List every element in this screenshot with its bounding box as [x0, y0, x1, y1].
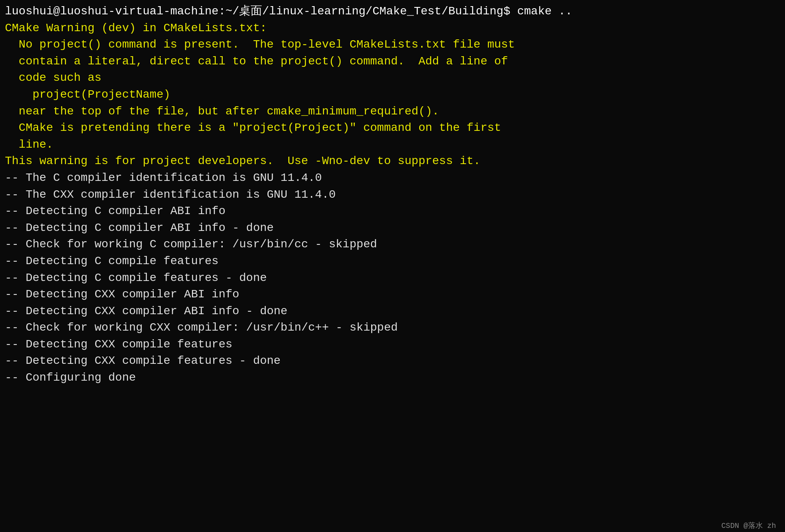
terminal-line-18: -- Detecting C compiler ABI info - done [5, 220, 780, 237]
terminal-line-23: -- Detecting CXX compiler ABI info - don… [5, 303, 780, 320]
terminal-line-15: -- The C compiler identification is GNU … [5, 170, 780, 187]
terminal-line-5: code such as [5, 70, 780, 87]
terminal-line-3: No project() command is present. The top… [5, 37, 780, 53]
terminal-line-27: -- Configuring done [5, 370, 780, 386]
terminal-line-17: -- Detecting C compiler ABI info [5, 203, 780, 220]
terminal-line-11: CMake is pretending there is a "project(… [5, 120, 780, 137]
terminal-line-1: luoshui@luoshui-virtual-machine:~/桌面/lin… [5, 3, 780, 20]
terminal-line-9: near the top of the file, but after cmak… [5, 103, 780, 120]
terminal-content: luoshui@luoshui-virtual-machine:~/桌面/lin… [5, 3, 780, 386]
terminal-line-19: -- Check for working C compiler: /usr/bi… [5, 236, 780, 253]
terminal-line-4: contain a literal, direct call to the pr… [5, 53, 780, 70]
terminal-line-24: -- Check for working CXX compiler: /usr/… [5, 320, 780, 336]
terminal-line-20: -- Detecting C compile features [5, 253, 780, 270]
terminal-line-25: -- Detecting CXX compile features [5, 336, 780, 353]
terminal-line-12: line. [5, 137, 780, 153]
terminal-line-16: -- The CXX compiler identification is GN… [5, 187, 780, 203]
terminal-line-13: This warning is for project developers. … [5, 153, 780, 170]
terminal-window: luoshui@luoshui-virtual-machine:~/桌面/lin… [5, 3, 780, 532]
terminal-line-26: -- Detecting CXX compile features - done [5, 353, 780, 370]
terminal-line-2: CMake Warning (dev) in CMakeLists.txt: [5, 20, 780, 37]
terminal-line-22: -- Detecting CXX compiler ABI info [5, 286, 780, 303]
terminal-line-21: -- Detecting C compile features - done [5, 270, 780, 287]
watermark: CSDN @落水 zh [721, 521, 776, 531]
terminal-line-7: project(ProjectName) [5, 87, 780, 103]
